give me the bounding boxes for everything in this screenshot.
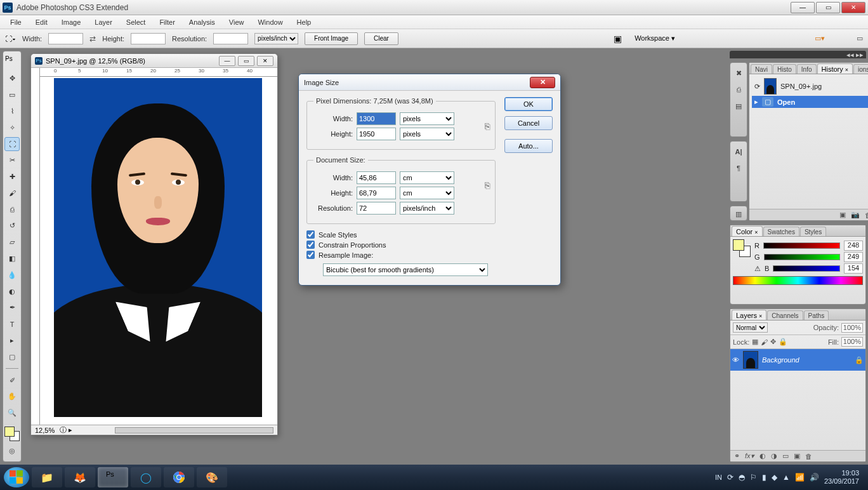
lock-all-icon[interactable]: 🔒 — [779, 338, 787, 346]
zoom-level[interactable]: 12,5% — [35, 427, 55, 434]
hand-tool[interactable]: ✋ — [4, 390, 20, 404]
bridge-icon[interactable]: ▣ — [614, 34, 622, 44]
swap-dims-icon[interactable] — [89, 34, 96, 43]
wand-tool[interactable]: ✧ — [4, 121, 20, 135]
ruler-horizontal[interactable]: 0 5 10 15 20 25 30 35 40 — [40, 68, 277, 77]
res-input[interactable] — [357, 202, 396, 215]
eraser-tool[interactable]: ▱ — [4, 235, 20, 249]
doc-close-button[interactable]: ✕ — [257, 56, 273, 66]
opt-res-unit[interactable]: pixels/inch — [254, 33, 298, 44]
tray-volume-icon[interactable]: 🔊 — [810, 473, 819, 482]
lasso-tool[interactable]: ⌇ — [4, 104, 20, 118]
dock-character-icon[interactable]: A| — [732, 145, 745, 158]
opt-height-input[interactable] — [131, 33, 166, 44]
tb-firefox[interactable]: 🦊 — [65, 467, 95, 487]
resample-checkbox[interactable] — [306, 251, 315, 259]
dock-layercomp-icon[interactable]: ▥ — [732, 210, 745, 218]
dock-brushes-icon[interactable]: ✖ — [732, 67, 745, 79]
constrain-checkbox[interactable] — [306, 241, 315, 249]
ruler-vertical[interactable] — [31, 68, 40, 425]
doc-minimize-button[interactable]: — — [219, 56, 235, 66]
layer-background[interactable]: 👁 Background 🔒 — [730, 349, 865, 371]
menu-file[interactable]: File — [4, 17, 28, 27]
tray-nvidia-icon[interactable]: ◆ — [772, 473, 777, 482]
px-width-unit[interactable]: pixels — [400, 112, 454, 125]
b-slider[interactable] — [773, 265, 840, 272]
crop-tool[interactable]: ⛶ — [4, 137, 20, 151]
brush-tool[interactable]: 🖌 — [4, 186, 20, 200]
tab-swatches[interactable]: Swatches — [763, 227, 799, 236]
tab-history[interactable]: History× — [817, 63, 853, 74]
opt-width-input[interactable] — [48, 33, 83, 44]
tab-styles[interactable]: Styles — [800, 227, 826, 236]
start-button[interactable] — [4, 467, 29, 487]
menu-edit[interactable]: Edit — [29, 17, 54, 27]
dialog-titlebar[interactable]: Image Size ✕ — [299, 74, 560, 91]
workspace-menu[interactable]: Workspace ▾ — [628, 34, 681, 43]
dock-clone-icon[interactable]: ⎙ — [732, 83, 745, 96]
doc-maximize-button[interactable]: ▭ — [238, 56, 254, 66]
screen-mode-2-icon[interactable]: ▭ — [857, 34, 863, 43]
tray-shield-icon[interactable]: ◓ — [739, 473, 745, 482]
path-select-tool[interactable]: ▸ — [4, 334, 20, 348]
screen-mode-icon[interactable]: ▭▾ — [815, 34, 825, 43]
color-swatch[interactable] — [4, 427, 20, 442]
px-width-input[interactable] — [357, 112, 396, 125]
spectrum-bar[interactable] — [733, 276, 863, 285]
new-layer-icon[interactable]: ▣ — [794, 452, 800, 460]
history-brush-tool[interactable]: ↺ — [4, 219, 20, 233]
trash-icon[interactable]: 🗑 — [865, 211, 868, 219]
lock-pos-icon[interactable]: ✥ — [770, 338, 776, 346]
doc-width-unit[interactable]: cm — [400, 171, 454, 184]
eyedropper-tool[interactable]: ✐ — [4, 373, 20, 387]
maximize-button[interactable]: ▭ — [816, 2, 840, 13]
dock-tool-presets-icon[interactable]: ▤ — [732, 100, 745, 112]
shape-tool[interactable]: ▢ — [4, 350, 20, 364]
g-slider[interactable] — [764, 254, 840, 260]
tab-actions[interactable]: ions — [853, 64, 868, 74]
history-step-open[interactable]: ▸ ▢ Open — [752, 96, 868, 108]
blur-tool[interactable]: 💧 — [4, 268, 20, 282]
menu-analysis[interactable]: Analysis — [183, 17, 221, 27]
dialog-close-button[interactable]: ✕ — [530, 77, 555, 88]
tb-chrome[interactable] — [164, 467, 194, 487]
tab-layers[interactable]: Layers× — [732, 310, 766, 320]
auto-button[interactable]: Auto... — [504, 139, 553, 153]
menu-image[interactable]: Image — [55, 17, 88, 27]
doc-height-input[interactable] — [357, 187, 396, 199]
menu-layer[interactable]: Layer — [88, 17, 119, 27]
g-value[interactable]: 249 — [844, 252, 863, 262]
new-doc-icon[interactable]: 📷 — [851, 211, 860, 219]
type-tool[interactable]: T — [4, 317, 20, 331]
menu-select[interactable]: Select — [120, 17, 152, 27]
canvas[interactable] — [54, 78, 262, 417]
heal-tool[interactable]: ✚ — [4, 170, 20, 184]
tab-histogram[interactable]: Histo — [773, 64, 796, 74]
fill-value[interactable]: 100% — [841, 337, 863, 347]
dock-paragraph-icon[interactable]: ¶ — [732, 162, 745, 175]
visibility-icon[interactable]: 👁 — [732, 356, 739, 364]
gradient-tool[interactable]: ◧ — [4, 252, 20, 266]
link-layers-icon[interactable]: ⚭ — [734, 452, 740, 460]
tab-info[interactable]: Info — [797, 64, 817, 74]
document-titlebar[interactable]: Ps SPN_09+.jpg @ 12,5% (RGB/8) — ▭ ✕ — [31, 54, 277, 68]
stamp-tool[interactable]: ⎙ — [4, 202, 20, 216]
tb-paint[interactable]: 🎨 — [197, 467, 227, 487]
tab-paths[interactable]: Paths — [804, 310, 829, 320]
tab-color[interactable]: Color× — [732, 226, 763, 236]
tray-flag-icon[interactable]: ⚐ — [750, 473, 757, 482]
ok-button[interactable]: OK — [504, 97, 553, 111]
new-snapshot-icon[interactable]: ▣ — [839, 211, 846, 219]
horizontal-scrollbar[interactable] — [115, 427, 273, 434]
dodge-tool[interactable]: ◐ — [4, 284, 20, 298]
doc-height-unit[interactable]: cm — [400, 187, 454, 199]
close-button[interactable]: ✕ — [841, 2, 865, 13]
tb-explorer[interactable]: 📁 — [32, 467, 62, 487]
front-image-button[interactable]: Front Image — [305, 32, 358, 45]
panel-collapse-bar[interactable]: ◂◂ ▸▸ — [730, 51, 866, 58]
tray-battery-icon[interactable]: ▮ — [762, 473, 766, 482]
tray-sync-icon[interactable]: ⟳ — [727, 473, 733, 482]
delete-layer-icon[interactable]: 🗑 — [805, 453, 812, 460]
clear-button[interactable]: Clear — [364, 32, 398, 45]
scale-styles-checkbox[interactable] — [306, 230, 315, 239]
